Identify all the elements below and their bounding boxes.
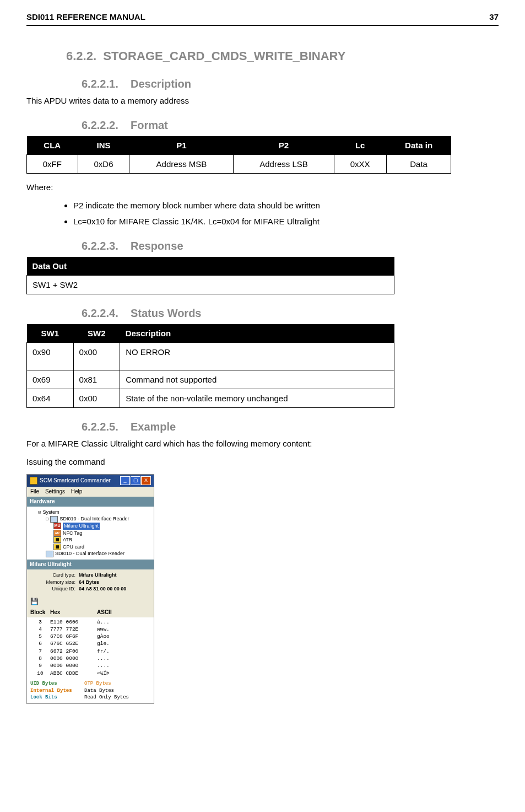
tree-item-atr[interactable]: ▦ ATR — [30, 536, 150, 544]
th-sw2: SW2 — [73, 324, 120, 343]
reader-icon — [46, 551, 53, 557]
th-data-in: Data in — [386, 136, 451, 155]
hex-row[interactable]: 80000 0000.... — [30, 655, 150, 662]
th-sw1: SW1 — [27, 324, 74, 343]
page-number: 37 — [489, 11, 499, 23]
example-text-1: For a MIFARE Classic Ultralight card whi… — [26, 438, 499, 449]
table-row: 0x90 0x00 NO ERROR — [27, 342, 394, 370]
hardware-tree: ⊟ System ⊟ SDI010 - Dual Interface Reade… — [27, 507, 154, 560]
th-ins: INS — [78, 136, 129, 155]
tree-item-system[interactable]: ⊟ System — [30, 509, 150, 516]
th-p2: P2 — [234, 136, 334, 155]
hex-row[interactable]: 567C0 6F6FgÀoo — [30, 633, 150, 640]
list-item: P2 indicate the memory block number wher… — [73, 200, 499, 211]
th-p1: P1 — [129, 136, 234, 155]
subsection-example: 6.2.2.5. Example — [82, 419, 499, 434]
window-title: SCM Smartcard Commander — [40, 477, 111, 485]
minimize-button[interactable]: _ — [120, 476, 130, 485]
legend-row: UID BytesOTP Bytes — [30, 680, 150, 687]
uid-value: 04 A8 81 00 00 00 00 — [79, 586, 126, 591]
maximize-button[interactable]: ▢ — [131, 476, 140, 485]
legend-row: Internal BytesData Bytes — [30, 687, 150, 695]
legend-row: Lock BitsRead Only Bytes — [30, 694, 150, 701]
where-list: P2 indicate the memory block number wher… — [57, 200, 499, 227]
atr-icon: ▦ — [53, 536, 61, 543]
th-cla: CLA — [27, 136, 78, 155]
hex-row[interactable]: 90000 0000.... — [30, 662, 150, 669]
titlebar[interactable]: SCM Smartcard Commander _▢X — [27, 475, 154, 487]
response-table: Data Out SW1 + SW2 — [26, 257, 394, 294]
hex-row[interactable]: 3E110 0600á... — [30, 619, 150, 626]
card-info: Card type:Mifare Ultralight Memory size:… — [27, 569, 154, 596]
menu-settings[interactable]: Settings — [45, 488, 65, 494]
manual-title: SDI011 REFERENCE MANUAL — [26, 11, 145, 23]
uid-label: Unique ID: — [38, 585, 79, 593]
memory-size-value: 64 Bytes — [79, 579, 99, 585]
hex-dump: 3E110 0600á... 47777 772Ewww. 567C0 6F6F… — [27, 617, 154, 678]
subsection-status-words: 6.2.2.4. Status Words — [82, 305, 499, 321]
col-ascii: ASCII — [97, 609, 112, 616]
tree-item-mifare[interactable]: MU Mifare Ultralight — [30, 523, 150, 530]
hex-row[interactable]: 10ABBC CDDE«¼ÍÞ — [30, 670, 150, 677]
example-text-2: Issuing the command — [26, 456, 499, 467]
legend: UID BytesOTP Bytes Internal BytesData By… — [27, 678, 154, 703]
table-row: 0x69 0x81 Command not supported — [27, 370, 394, 389]
menu-file[interactable]: File — [30, 488, 39, 494]
th-data-out: Data Out — [27, 257, 394, 276]
nfc-icon: nfc — [53, 530, 61, 536]
table-row: 0xFF 0xD6 Address MSB Address LSB 0xXX D… — [27, 154, 451, 173]
subsection-format: 6.2.2.2. Format — [82, 117, 499, 133]
tree-item-cpu[interactable]: ▦ CPU card — [30, 544, 150, 551]
subsection-description: 6.2.2.1. Description — [82, 76, 499, 92]
table-row: 0x64 0x00 State of the non-volatile memo… — [27, 389, 394, 407]
list-item: Lc=0x10 for MIFARE Classic 1K/4K. Lc=0x0… — [73, 216, 499, 227]
cpu-icon: ▦ — [53, 544, 61, 550]
col-block: Block — [30, 609, 50, 616]
window-controls: _▢X — [120, 476, 151, 485]
hex-row[interactable]: 6676C 652Egle. — [30, 640, 150, 647]
menu-help[interactable]: Help — [71, 488, 83, 494]
save-icon[interactable]: 💾 — [30, 598, 39, 605]
reader-icon — [50, 516, 58, 523]
th-lc: Lc — [334, 136, 386, 155]
where-label: Where: — [26, 181, 499, 193]
tree-item-nfc[interactable]: nfc NFC Tag — [30, 530, 150, 537]
description-text: This APDU writes data to a memory addres… — [26, 95, 499, 106]
card-icon: MU — [53, 523, 61, 529]
memory-size-label: Memory size: — [38, 579, 79, 586]
hex-row[interactable]: 47777 772Ewww. — [30, 626, 150, 633]
menubar: File Settings Help — [27, 487, 154, 497]
status-table: SW1 SW2 Description 0x90 0x00 NO ERROR 0… — [26, 324, 394, 408]
hardware-header: Hardware — [27, 497, 154, 507]
close-button[interactable]: X — [141, 476, 151, 485]
table-row: SW1 + SW2 — [27, 275, 394, 294]
hex-header: Block Hex ASCII — [27, 607, 154, 617]
tree-item-reader-2[interactable]: SDI010 - Dual Interface Reader — [30, 550, 150, 557]
card-type-value: Mifare Ultralight — [79, 572, 117, 578]
section-heading: 6.2.2. STORAGE_CARD_CMDS_WRITE_BINARY — [66, 48, 499, 65]
tree-item-reader[interactable]: ⊟ SDI010 - Dual Interface Reader — [30, 515, 150, 523]
subsection-response: 6.2.2.3. Response — [82, 238, 499, 254]
th-desc: Description — [120, 324, 394, 343]
format-table: CLA INS P1 P2 Lc Data in 0xFF 0xD6 Addre… — [26, 136, 451, 174]
col-hex: Hex — [50, 609, 97, 616]
card-type-label: Card type: — [38, 572, 79, 579]
hex-row[interactable]: 76672 2F00fr/. — [30, 648, 150, 655]
page-header: SDI011 REFERENCE MANUAL 37 — [26, 11, 499, 26]
app-window: SCM Smartcard Commander _▢X File Setting… — [26, 474, 154, 704]
toolbar: 💾 — [27, 596, 154, 607]
app-icon — [30, 477, 37, 485]
mifare-header: Mifare Ultralight — [27, 560, 154, 569]
